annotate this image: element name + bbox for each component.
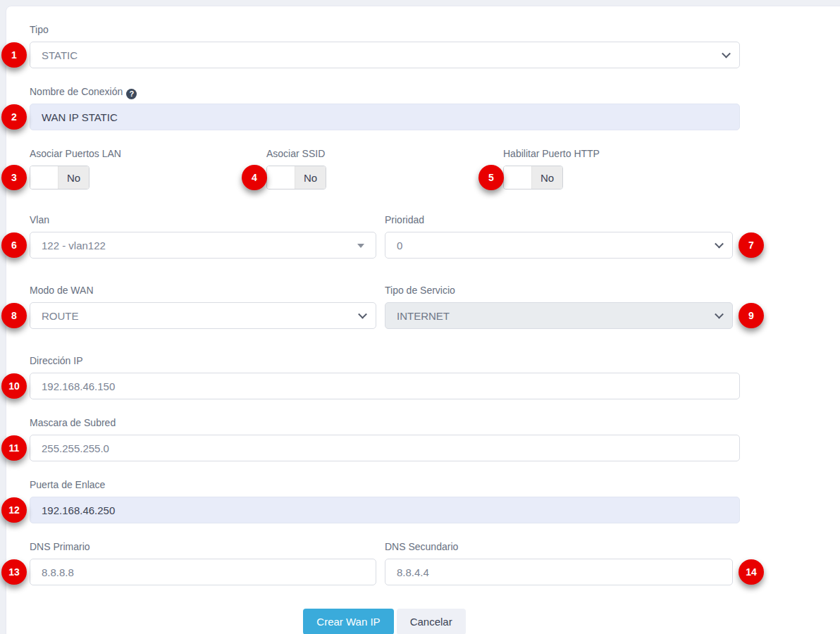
vlan-selected-value: 122 - vlan122: [42, 240, 106, 251]
step-badge-8: 8: [1, 303, 27, 328]
field-puerta-enlace: Puerta de Enlace 12: [30, 478, 740, 523]
field-dns-primario: DNS Primario 13: [30, 540, 376, 585]
tipo-label: Tipo: [30, 23, 740, 36]
step-badge-5: 5: [478, 165, 504, 190]
puerta-enlace-label: Puerta de Enlace: [30, 478, 740, 491]
toggle-state-label: No: [295, 166, 326, 189]
step-badge-4: 4: [242, 165, 267, 190]
create-wan-ip-button[interactable]: Crear Wan IP: [303, 609, 393, 634]
field-asociar-lan: Asociar Puertos LAN 3 No: [30, 147, 266, 189]
direccion-ip-label: Dirección IP: [30, 354, 740, 367]
step-badge-1: 1: [1, 42, 27, 68]
step-badge-7: 7: [739, 232, 764, 258]
help-icon[interactable]: ?: [126, 89, 137, 99]
mascara-input[interactable]: [30, 435, 740, 461]
vlan-select[interactable]: 122 - vlan122: [30, 232, 376, 259]
wan-form: Tipo 1 STATIC Nombre de Conexión? 2 Asoc…: [6, 6, 740, 634]
puerto-http-toggle[interactable]: No: [503, 166, 563, 189]
vlan-label: Vlan: [30, 213, 376, 226]
step-badge-14: 14: [739, 559, 764, 585]
puerto-http-label: Habilitar Puerto HTTP: [503, 147, 740, 160]
dns-primario-input[interactable]: [30, 559, 376, 585]
tipo-select[interactable]: STATIC: [30, 42, 740, 68]
cancel-button[interactable]: Cancelar: [397, 609, 466, 634]
dns-secundario-input[interactable]: [385, 559, 733, 585]
field-dns-secundario: DNS Secundario 14: [385, 540, 733, 585]
dns-row: DNS Primario 13 DNS Secundario 14: [30, 540, 740, 585]
field-tipo-servicio: Tipo de Servicio 9 INTERNET: [385, 284, 733, 329]
field-prioridad: Prioridad 7 0: [385, 213, 733, 259]
toggles-row: Asociar Puertos LAN 3 No Asociar SSID 4 …: [30, 147, 740, 189]
field-nombre-conexion: Nombre de Conexión? 2: [30, 85, 740, 130]
asociar-lan-toggle[interactable]: No: [30, 166, 89, 189]
vlan-prioridad-row: Vlan 6 122 - vlan122 Prioridad 7 0: [30, 213, 740, 259]
toggle-state-label: No: [58, 166, 89, 189]
toggle-state-label: No: [532, 166, 562, 189]
field-direccion-ip: Dirección IP 10: [30, 354, 740, 399]
asociar-ssid-label: Asociar SSID: [266, 147, 503, 160]
asociar-lan-label: Asociar Puertos LAN: [30, 147, 266, 160]
toggle-knob: [30, 166, 58, 189]
field-mascara: Mascara de Subred 11: [30, 416, 740, 461]
prioridad-select[interactable]: 0: [385, 232, 733, 259]
form-actions: Crear Wan IP Cancelar: [30, 609, 739, 634]
field-puerto-http: Habilitar Puerto HTTP 5 No: [503, 147, 740, 189]
puerta-enlace-input[interactable]: [30, 497, 740, 523]
field-vlan: Vlan 6 122 - vlan122: [30, 213, 376, 259]
dropdown-arrow-icon: [357, 244, 364, 248]
step-badge-3: 3: [1, 165, 27, 190]
prioridad-label: Prioridad: [385, 213, 733, 226]
nombre-conexion-label: Nombre de Conexión?: [30, 85, 740, 98]
field-modo-wan: Modo de WAN 8 ROUTE: [30, 284, 376, 329]
direccion-ip-input[interactable]: [30, 373, 740, 399]
form-card: Tipo 1 STATIC Nombre de Conexión? 2 Asoc…: [6, 6, 840, 634]
step-badge-11: 11: [1, 435, 27, 461]
step-badge-13: 13: [1, 559, 27, 585]
step-badge-12: 12: [1, 497, 27, 523]
modo-wan-label: Modo de WAN: [30, 284, 376, 297]
asociar-ssid-toggle[interactable]: No: [266, 166, 326, 189]
tipo-servicio-label: Tipo de Servicio: [385, 284, 733, 297]
dns-primario-label: DNS Primario: [30, 540, 376, 553]
nombre-conexion-input[interactable]: [30, 104, 740, 130]
field-tipo: Tipo 1 STATIC: [30, 23, 740, 68]
toggle-knob: [504, 166, 532, 189]
modo-servicio-row: Modo de WAN 8 ROUTE Tipo de Servicio 9 I…: [30, 284, 740, 329]
tipo-servicio-select: INTERNET: [385, 302, 733, 329]
step-badge-2: 2: [1, 104, 27, 130]
field-asociar-ssid: Asociar SSID 4 No: [266, 147, 503, 189]
mascara-label: Mascara de Subred: [30, 416, 740, 429]
toggle-knob: [267, 166, 295, 189]
step-badge-6: 6: [1, 232, 27, 258]
step-badge-9: 9: [739, 303, 764, 328]
modo-wan-select[interactable]: ROUTE: [30, 302, 376, 329]
step-badge-10: 10: [1, 373, 27, 399]
dns-secundario-label: DNS Secundario: [385, 540, 733, 553]
